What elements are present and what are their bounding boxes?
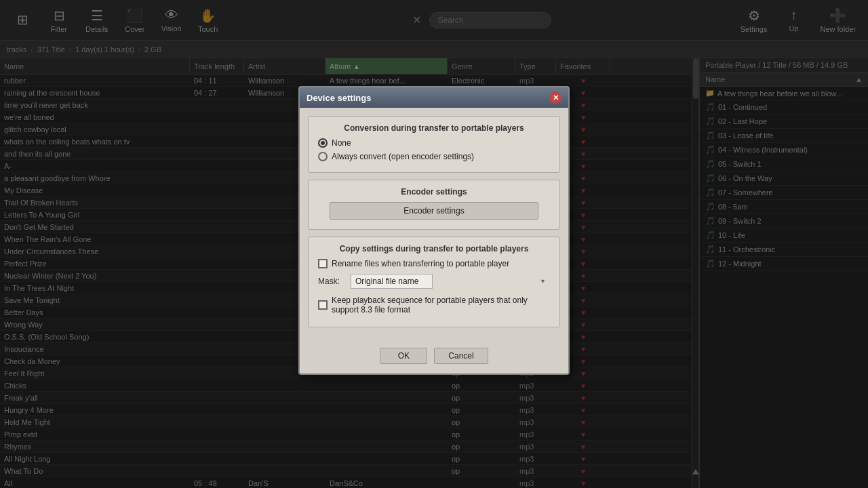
conversion-section: Conversion during transfer to portable p… xyxy=(308,116,560,173)
radio-none-dot xyxy=(321,141,325,145)
playback-checkbox[interactable] xyxy=(318,300,328,310)
encoder-settings-btn[interactable]: Encoder settings xyxy=(330,202,538,220)
radio-none[interactable]: None xyxy=(318,138,550,148)
radio-always-convert[interactable]: Always convert (open encoder settings) xyxy=(318,152,550,161)
encoder-section: Encoder settings Encoder settings xyxy=(308,180,560,230)
copy-section: Copy settings during transfer to portabl… xyxy=(308,237,560,327)
radio-none-label: None xyxy=(332,138,351,148)
ok-btn[interactable]: OK xyxy=(380,348,427,364)
device-settings-modal: Device settings ✕ Conversion during tran… xyxy=(298,86,570,375)
radio-none-btn[interactable] xyxy=(318,138,328,148)
rename-label: Rename files when transferring to portab… xyxy=(332,259,509,268)
playback-checkbox-row[interactable]: Keep playback sequence for portable play… xyxy=(318,296,550,314)
mask-row: Mask: Original file name Track number - … xyxy=(318,274,550,289)
conversion-title: Conversion during transfer to portable p… xyxy=(318,123,550,133)
radio-convert-label: Always convert (open encoder settings) xyxy=(332,152,474,161)
modal-close-btn[interactable]: ✕ xyxy=(549,92,561,104)
copy-title: Copy settings during transfer to portabl… xyxy=(318,244,550,253)
modal-title: Device settings xyxy=(307,93,371,103)
encoder-title: Encoder settings xyxy=(318,187,550,197)
cancel-btn[interactable]: Cancel xyxy=(434,348,488,364)
rename-checkbox-row[interactable]: Rename files when transferring to portab… xyxy=(318,259,550,268)
mask-select[interactable]: Original file name Track number - Title … xyxy=(351,274,433,289)
mask-label: Mask: xyxy=(318,277,345,286)
modal-titlebar: Device settings ✕ xyxy=(300,87,568,108)
modal-body: Conversion during transfer to portable p… xyxy=(300,108,568,342)
mask-select-wrap: Original file name Track number - Title … xyxy=(351,274,550,289)
radio-convert-btn[interactable] xyxy=(318,152,328,161)
modal-footer: OK Cancel xyxy=(300,342,568,373)
modal-overlay: Device settings ✕ Conversion during tran… xyxy=(0,0,868,488)
playback-label: Keep playback sequence for portable play… xyxy=(332,296,550,314)
rename-checkbox[interactable] xyxy=(318,259,328,268)
